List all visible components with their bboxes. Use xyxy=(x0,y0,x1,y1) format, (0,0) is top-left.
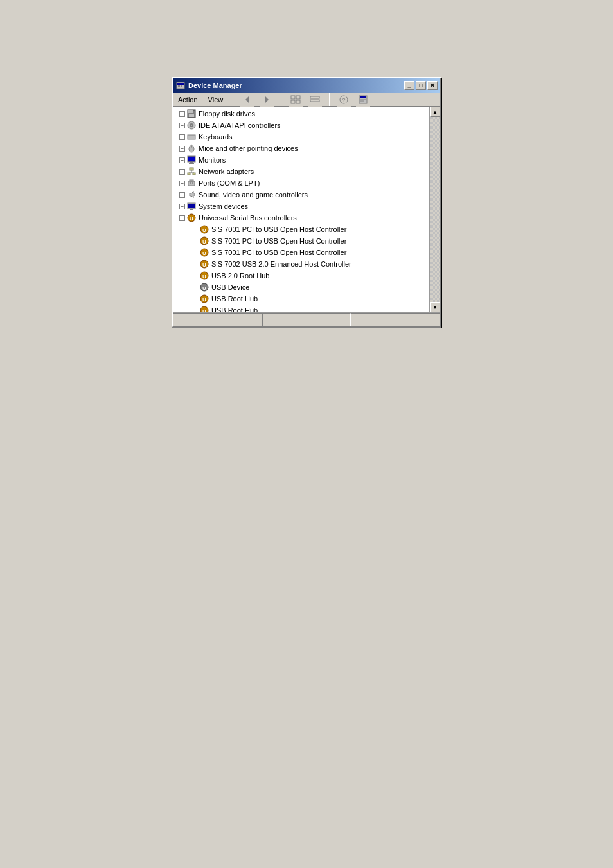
expand-usb[interactable]: − xyxy=(179,215,185,221)
usb7-label: USB Root Hub xyxy=(211,295,258,303)
svg-point-34 xyxy=(191,145,192,147)
forward-button[interactable] xyxy=(260,93,274,107)
scrollbar[interactable]: ▲ ▼ xyxy=(430,107,440,312)
tree-item-usb7[interactable]: U USB Root Hub xyxy=(173,293,429,305)
expand-ide[interactable]: + xyxy=(179,123,185,128)
title-bar: Device Manager _ □ ✕ xyxy=(173,78,440,93)
menu-bar: Action View xyxy=(173,93,440,107)
content-area: + Floppy disk drives + xyxy=(173,107,440,312)
tree-item-usb5[interactable]: U USB 2.0 Root Hub xyxy=(173,270,429,281)
back-button[interactable] xyxy=(240,93,254,107)
tree-item-system[interactable]: + System devices xyxy=(173,200,429,212)
svg-text:U: U xyxy=(202,227,206,233)
view-button-2[interactable] xyxy=(308,93,322,107)
tree-item-network[interactable]: + Network adapters xyxy=(173,166,429,177)
no-expand-8 xyxy=(192,308,198,313)
tree-item-usb3[interactable]: U SiS 7001 PCI to USB Open Host Controll… xyxy=(173,247,429,258)
expand-network[interactable]: + xyxy=(179,169,185,175)
close-button[interactable]: ✕ xyxy=(427,81,438,90)
expand-monitors[interactable]: + xyxy=(179,157,185,163)
usb5-icon: U xyxy=(199,270,209,281)
sound-label: Sound, video and game controllers xyxy=(199,191,308,199)
status-pane-2 xyxy=(262,313,351,326)
tree-item-mice[interactable]: + Mice and other pointing devices xyxy=(173,143,429,154)
tree-item-usb[interactable]: − U Universal Serial Bus controllers xyxy=(173,212,429,224)
expand-floppy[interactable]: + xyxy=(179,111,185,117)
tree-item-keyboards[interactable]: + Keyboards xyxy=(173,131,429,143)
svg-rect-27 xyxy=(192,136,193,136)
usb2-icon: U xyxy=(199,236,209,246)
no-expand-3 xyxy=(192,250,198,256)
tree-item-usb1[interactable]: U SiS 7001 PCI to USB Open Host Controll… xyxy=(173,224,429,235)
usb2-label: SiS 7001 PCI to USB Open Host Controller xyxy=(211,237,346,245)
tree-item-usb6[interactable]: U USB Device xyxy=(173,281,429,293)
window-icon xyxy=(175,80,186,91)
monitors-icon xyxy=(186,155,197,165)
tree-item-sound[interactable]: + Sound, video and game controllers xyxy=(173,189,429,200)
svg-rect-20 xyxy=(189,114,194,117)
svg-rect-46 xyxy=(190,180,193,181)
help-button[interactable]: ? xyxy=(337,93,351,107)
svg-rect-7 xyxy=(296,96,300,99)
minimize-button[interactable]: _ xyxy=(404,81,414,90)
network-label: Network adapters xyxy=(199,168,254,175)
properties-button[interactable] xyxy=(356,93,370,107)
status-bar xyxy=(173,312,440,326)
expand-keyboards[interactable]: + xyxy=(179,134,185,140)
device-manager-window: Device Manager _ □ ✕ Action View xyxy=(172,77,441,328)
svg-text:?: ? xyxy=(342,97,346,103)
expand-ports[interactable]: + xyxy=(179,181,185,186)
usb4-icon: U xyxy=(199,259,209,269)
tree-item-monitors[interactable]: + Monitors xyxy=(173,154,429,166)
scroll-track[interactable] xyxy=(430,117,440,302)
no-expand-2 xyxy=(192,238,198,244)
window-title: Device Manager xyxy=(188,82,242,89)
svg-rect-10 xyxy=(310,96,319,98)
svg-rect-8 xyxy=(291,100,295,103)
svg-rect-3 xyxy=(181,85,182,87)
svg-rect-15 xyxy=(360,96,366,98)
svg-text:U: U xyxy=(202,297,206,303)
svg-rect-51 xyxy=(188,204,195,208)
tree-item-usb4[interactable]: U SiS 7002 USB 2.0 Enhanced Host Control… xyxy=(173,258,429,270)
svg-text:U: U xyxy=(202,262,206,268)
ports-label: Ports (COM & LPT) xyxy=(199,179,260,187)
system-icon xyxy=(186,201,197,211)
scroll-down-button[interactable]: ▼ xyxy=(430,302,440,312)
tree-item-floppy[interactable]: + Floppy disk drives xyxy=(173,108,429,120)
no-expand-6 xyxy=(192,285,198,290)
device-tree[interactable]: + Floppy disk drives + xyxy=(173,107,430,312)
tree-item-ide[interactable]: + IDE ATA/ATAPI controllers xyxy=(173,120,429,131)
menu-action[interactable]: Action xyxy=(175,95,200,104)
svg-point-23 xyxy=(191,125,192,126)
menu-separator xyxy=(233,93,233,106)
menu-view[interactable]: View xyxy=(206,95,226,104)
svg-rect-6 xyxy=(291,96,295,99)
tree-item-usb2[interactable]: U SiS 7001 PCI to USB Open Host Controll… xyxy=(173,235,429,247)
svg-marker-49 xyxy=(190,191,193,198)
scroll-up-button[interactable]: ▲ xyxy=(430,107,440,117)
no-expand-1 xyxy=(192,227,198,233)
keyboards-label: Keyboards xyxy=(199,133,233,141)
usb8-icon: U xyxy=(199,305,209,312)
maximize-button[interactable]: □ xyxy=(416,81,426,90)
usb1-label: SiS 7001 PCI to USB Open Host Controller xyxy=(211,226,346,233)
tree-item-ports[interactable]: + Ports (COM & LPT) xyxy=(173,177,429,189)
svg-text:U: U xyxy=(202,239,206,245)
expand-sound[interactable]: + xyxy=(179,192,185,198)
usb6-icon: U xyxy=(199,282,209,292)
expand-system[interactable]: + xyxy=(179,204,185,209)
svg-rect-30 xyxy=(190,137,193,137)
no-expand-7 xyxy=(192,296,198,302)
svg-text:U: U xyxy=(202,308,206,312)
svg-text:U: U xyxy=(190,216,193,222)
expand-mice[interactable]: + xyxy=(179,146,185,152)
title-bar-left: Device Manager xyxy=(175,80,242,91)
svg-rect-38 xyxy=(189,163,194,164)
no-expand-4 xyxy=(192,261,198,267)
tree-item-usb8[interactable]: U USB Root Hub xyxy=(173,305,429,312)
toolbar-separator-2 xyxy=(329,93,330,106)
usb8-label: USB Root Hub xyxy=(211,306,258,312)
mice-label: Mice and other pointing devices xyxy=(199,145,298,152)
view-button-1[interactable] xyxy=(289,93,303,107)
